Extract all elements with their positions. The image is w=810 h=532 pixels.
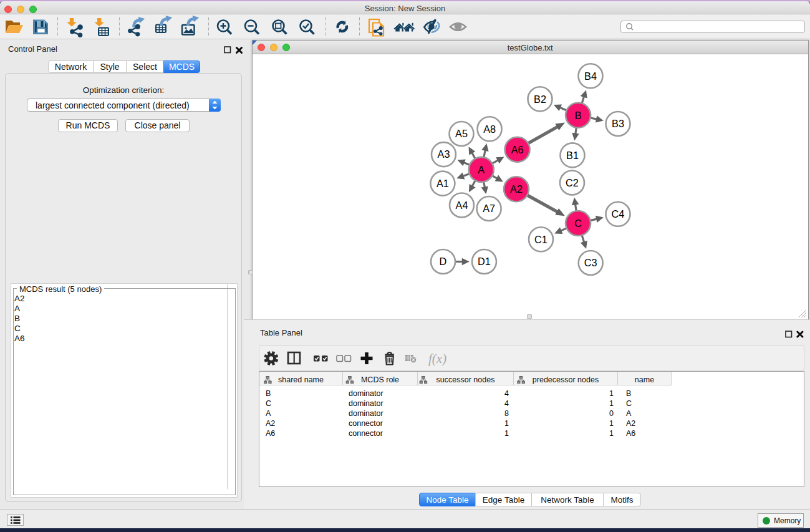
svg-text:B4: B4: [584, 70, 597, 82]
svg-text:A3: A3: [438, 148, 450, 160]
svg-text:f(x): f(x): [428, 351, 446, 366]
svg-text:D1: D1: [478, 256, 491, 267]
svg-text:A2: A2: [510, 183, 523, 195]
svg-text:B2: B2: [534, 94, 546, 105]
svg-text:C: C: [574, 218, 582, 229]
svg-text:C2: C2: [566, 177, 579, 188]
svg-text:A8: A8: [483, 123, 496, 135]
svg-text:A: A: [478, 164, 485, 175]
svg-text:A5: A5: [455, 128, 468, 139]
svg-text:A4: A4: [456, 200, 468, 211]
svg-text:A6: A6: [511, 144, 524, 155]
svg-text:B1: B1: [566, 150, 579, 161]
svg-text:C4: C4: [612, 208, 625, 220]
svg-text:A7: A7: [483, 203, 495, 214]
svg-text:C1: C1: [534, 234, 547, 245]
svg-text:B: B: [575, 110, 582, 121]
svg-text:C3: C3: [584, 257, 597, 268]
svg-text:B3: B3: [612, 118, 624, 129]
svg-text:D: D: [440, 256, 447, 267]
svg-text:A1: A1: [436, 178, 449, 189]
